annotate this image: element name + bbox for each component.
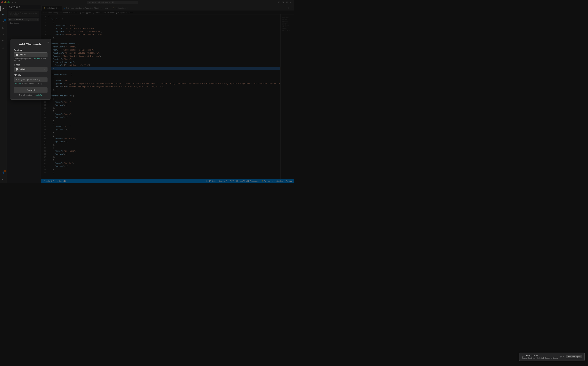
code-line-5: "title": "vLLM hosted on Hyperstack",: [48, 27, 280, 30]
status-spaces[interactable]: Spaces: 2: [218, 180, 227, 182]
minimap-content: { "models": [ { "provider": "openai", "t…: [280, 15, 294, 33]
breadcrumb-user[interactable]: sebastianpanmandewit: [49, 12, 69, 14]
model-select-inner: ✦ GPT-4o: [16, 68, 26, 71]
code-line-52: {: [48, 171, 280, 174]
split-editor-icon[interactable]: ⊟: [287, 7, 290, 10]
extensions-icon: ⊞: [2, 20, 4, 23]
deploy-icon: △: [2, 46, 4, 49]
code-line-44: {: [48, 146, 280, 150]
code-line-32: {: [48, 110, 280, 113]
prettier-label: Prettier: [286, 180, 292, 182]
close-button[interactable]: [1, 1, 3, 3]
ln-2: 2: [41, 18, 46, 21]
sidebar-item-deploy[interactable]: △: [0, 44, 7, 50]
connect-button[interactable]: Connect: [14, 87, 47, 93]
modal-close-button[interactable]: ×: [47, 41, 49, 44]
sidebar-item-account[interactable]: 👤 !: [0, 170, 7, 176]
openai-icon: ✦: [16, 53, 18, 56]
ln-39: 39: [41, 131, 46, 134]
code-line-30: "params": {}: [48, 104, 280, 107]
ln-46: 46: [41, 152, 46, 156]
breadcrumb-users[interactable]: Users: [43, 12, 47, 14]
status-continue[interactable]: ✓ ✓ Continue: [271, 180, 285, 182]
model-select[interactable]: ✦ GPT-4o ⌄: [14, 67, 47, 72]
minimap: { "models": [ { "provider": "openai", "t…: [280, 15, 294, 179]
code-line-6: "apiBase": "http://38.128.232.75:8000/v1…: [48, 30, 280, 33]
sidebar-item-debug[interactable]: ▷: [0, 25, 7, 31]
warnings-label: 3: [62, 180, 63, 182]
editor-main[interactable]: 1 2 3 4 5 6 7 8 9 10 11 12 13 14: [41, 15, 280, 179]
config-file-link[interactable]: config file: [35, 94, 42, 96]
chat-input-area[interactable]: Ask anything, '/' for slash commands, '@…: [8, 11, 39, 17]
breadcrumb-config[interactable]: {} config.json: [80, 12, 91, 14]
breadcrumb-tabautocomplete[interactable]: {} tabAutocompleteModel: [93, 12, 114, 14]
breadcrumb-completion[interactable]: {} completionOptions: [116, 12, 133, 14]
last-session-item[interactable]: › Last Session: [8, 22, 39, 25]
tab-settings-icon: {}: [113, 7, 114, 9]
status-language[interactable]: JSON with Comments: [240, 180, 259, 182]
code-line-2: "models": [: [48, 18, 280, 21]
split-icon[interactable]: ▣: [282, 1, 285, 4]
breadcrumb-sep-2: ›: [69, 12, 70, 14]
tab-close-icon[interactable]: ×: [58, 7, 60, 9]
ln-1: 1: [41, 15, 46, 18]
status-go-live[interactable]: ⚡ Go Live: [260, 180, 271, 182]
model-icon: ⊞: [9, 19, 11, 21]
sidebar-item-settings[interactable]: ⚙: [0, 176, 7, 182]
code-line-9: ],: [48, 39, 280, 42]
search-bar[interactable]: ⚲ hyperstack-llm-inference-toolkit: [87, 1, 138, 4]
breadcrumb-continue[interactable]: .continue: [71, 12, 78, 14]
code-line-47: },: [48, 156, 280, 159]
nav-forward-icon[interactable]: ›: [15, 1, 17, 4]
title-bar-right: ⊡ ▣ ⊟ ⋯: [278, 1, 293, 4]
tab-label: config.json: [46, 7, 55, 9]
sidebar-item-tools[interactable]: ⚒: [0, 38, 7, 44]
sidebar-item-charts[interactable]: ≡: [0, 31, 7, 38]
ln-7: 7: [41, 33, 46, 36]
settings-icon: ⚙: [2, 178, 4, 181]
api-key-group: API key Click here to create a OpenAI AP…: [14, 74, 47, 84]
sidebar-item-search[interactable]: 🔍: [0, 12, 7, 18]
dots-icon[interactable]: ⋯: [290, 1, 293, 4]
line-ending-label: LF: [236, 180, 238, 182]
maximize-button[interactable]: [8, 1, 9, 3]
model-selector[interactable]: ⊞ vLLM hosted on ... ⌘@codebase ⚙: [8, 18, 39, 22]
api-key-input[interactable]: [14, 77, 47, 82]
status-line-ending[interactable]: LF: [235, 180, 239, 182]
model-chevron-down-icon: ⌄: [44, 68, 46, 71]
tab-settings-json[interactable]: {} settings.json 2: [111, 5, 130, 11]
more-actions-icon[interactable]: …: [290, 7, 293, 10]
status-encoding[interactable]: UTF-8: [228, 180, 235, 182]
ln-32: 32: [41, 110, 46, 113]
status-prettier[interactable]: Prettier: [285, 180, 293, 182]
tab-config-json[interactable]: {} config.json 1 ×: [41, 5, 62, 11]
account-badge: !: [4, 170, 6, 172]
layout-icon[interactable]: ⊡: [278, 1, 280, 4]
provider-link[interactable]: Click here: [33, 58, 40, 60]
sidebar-item-continue[interactable]: ▶: [0, 5, 7, 12]
tab-extension-continue[interactable]: ▶ Extension: Continue – Codestral, Claud…: [62, 5, 111, 11]
breadcrumb-sep-3: ›: [79, 12, 79, 14]
status-errors[interactable]: ⊗ 0 ⚠ 3 ℹ 0: [56, 179, 67, 183]
ln-34: 34: [41, 116, 46, 119]
debug-icon: ▷: [2, 27, 4, 29]
status-git-branch[interactable]: ⎇ main* ↻ 0: [42, 179, 55, 183]
code-line-51: },: [48, 168, 280, 171]
ln-51: 51: [41, 168, 46, 171]
nav-arrows: ‹ ›: [12, 1, 16, 4]
status-position[interactable]: Ln 18, Col 6: [206, 180, 217, 182]
ln-47: 47: [41, 156, 46, 159]
chat-placeholder: Ask anything, '/' for slash commands, '@…: [9, 12, 37, 16]
panels-icon[interactable]: ⊟: [286, 1, 288, 4]
charts-icon: ≡: [3, 33, 4, 36]
code-line-12: "title": "vLLM hosted on Hyperstack",: [48, 48, 280, 52]
chevron-down-icon: ⌄: [44, 53, 46, 56]
code-line-17: "stop": ["<|endoftext|>", "\n"]: [48, 64, 280, 67]
nav-back-icon[interactable]: ‹: [12, 1, 14, 4]
provider-select[interactable]: ✦ OpenAI ⌄: [14, 52, 47, 57]
code-line-7: "model": "Qwen/Qwen2.5-Coder-32B-Instruc…: [48, 33, 280, 36]
sidebar-item-extensions[interactable]: ⊞ 1: [0, 18, 7, 24]
minimize-button[interactable]: [4, 1, 7, 3]
api-key-link[interactable]: Click here: [14, 83, 21, 84]
encoding-label: UTF-8: [229, 180, 234, 182]
